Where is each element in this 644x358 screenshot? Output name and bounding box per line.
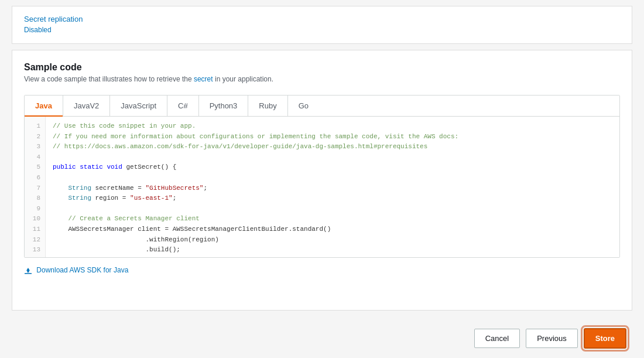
tabs-container: Java JavaV2 JavaScript C# Python3 Ruby G…: [25, 96, 619, 117]
cancel-button[interactable]: Cancel: [474, 329, 520, 348]
store-button[interactable]: Store: [584, 328, 626, 349]
code-scroll-container[interactable]: 1 2 3 4 5 6 7 8 9 10 11 12 13 14: [25, 117, 619, 257]
sample-code-section: Sample code View a code sample that illu…: [12, 50, 632, 311]
tab-javav2[interactable]: JavaV2: [63, 96, 110, 116]
code-content: // Use this code snippet in your app. //…: [46, 117, 619, 257]
download-icon: [24, 267, 32, 275]
tab-go[interactable]: Go: [288, 96, 319, 116]
svg-marker-1: [26, 268, 30, 272]
svg-rect-0: [25, 273, 32, 274]
tab-csharp[interactable]: C#: [167, 96, 199, 116]
section-title: Sample code: [24, 62, 620, 73]
replication-status: Disabled: [24, 26, 620, 34]
secret-link[interactable]: secret: [194, 75, 213, 83]
download-link-container: Download AWS SDK for Java: [24, 266, 620, 275]
page-container: Secret replication Disabled Sample code …: [0, 0, 644, 358]
download-sdk-link[interactable]: Download AWS SDK for Java: [24, 266, 128, 274]
code-panel: Java JavaV2 JavaScript C# Python3 Ruby G…: [24, 95, 620, 258]
tab-java[interactable]: Java: [25, 96, 63, 116]
previous-button[interactable]: Previous: [526, 329, 578, 348]
replication-section: Secret replication Disabled: [12, 6, 632, 44]
tab-python3[interactable]: Python3: [199, 96, 249, 116]
tab-ruby[interactable]: Ruby: [248, 96, 287, 116]
footer: Cancel Previous Store: [0, 322, 644, 358]
tab-javascript[interactable]: JavaScript: [110, 96, 167, 116]
replication-label: Secret replication: [24, 15, 620, 23]
line-numbers: 1 2 3 4 5 6 7 8 9 10 11 12 13 14: [25, 117, 46, 257]
section-description: View a code sample that illustrates how …: [24, 75, 620, 83]
code-area: 1 2 3 4 5 6 7 8 9 10 11 12 13 14: [25, 117, 619, 257]
